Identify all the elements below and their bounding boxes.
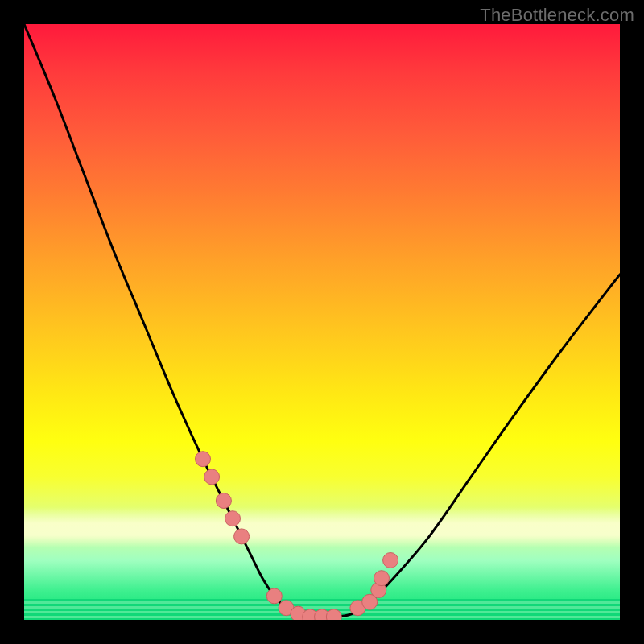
curve-marker bbox=[234, 529, 250, 544]
curve-marker bbox=[225, 511, 241, 526]
curve-marker bbox=[216, 493, 231, 509]
curve-marker bbox=[326, 609, 341, 620]
curve-marker bbox=[374, 571, 390, 586]
curve-marker bbox=[204, 469, 220, 485]
chart-frame: TheBottleneck.com bbox=[0, 0, 644, 644]
curve-marker bbox=[266, 588, 282, 604]
plot-area bbox=[24, 24, 620, 620]
curve-marker bbox=[383, 553, 398, 568]
bottleneck-curve bbox=[24, 24, 620, 620]
watermark-text: TheBottleneck.com bbox=[480, 5, 634, 26]
curve-marker bbox=[196, 452, 211, 467]
